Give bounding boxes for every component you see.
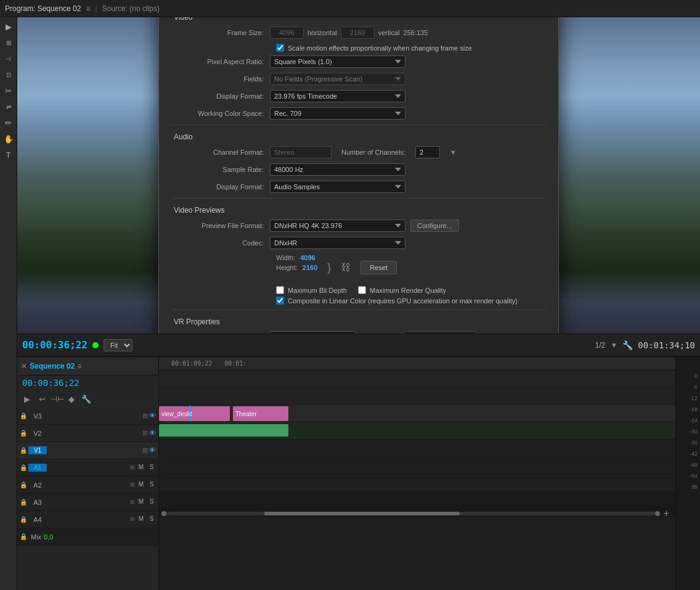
a2-wave-icon[interactable]: ≋ [129, 481, 135, 489]
sample-rate-row: Sample Rate: 48000 Hz [171, 163, 546, 176]
a3-lock-icon[interactable]: 🔒 [20, 499, 28, 506]
vr-projection-select[interactable]: None [270, 331, 356, 334]
db-24: -24 [676, 415, 700, 426]
aspect-ratio: 256:135 [404, 29, 428, 36]
v1-sync-icon[interactable]: ⊞ [142, 446, 148, 454]
track-row-v3: 🔒 V3 ⊞ 👁 [17, 408, 158, 425]
monitor-video: Sequence Settings Editing Mode: DNxHR 4K [17, 17, 700, 334]
max-render-quality-label: Maximum Render Quality [370, 287, 446, 294]
move-tool-icon[interactable]: ▶ [21, 395, 33, 404]
v2-eye-icon[interactable]: 👁 [149, 429, 156, 437]
a2-mute-btn[interactable]: M [137, 481, 145, 489]
configure-button[interactable]: Configure... [410, 219, 459, 232]
clip-a1-audio[interactable] [159, 424, 288, 436]
a2-lock-icon[interactable]: 🔒 [20, 481, 28, 488]
v2-name: V2 [28, 430, 47, 437]
track-row-mix: 🔒 Mix 0,0 [17, 528, 158, 546]
top-bar-menu-icon[interactable]: ≡ [86, 4, 90, 13]
slip-btn[interactable]: ⇌ [2, 100, 15, 113]
playback-timecode: 00:00:36;22 [22, 339, 88, 351]
v3-icons: ⊞ 👁 [142, 412, 156, 420]
insert-tool-icon[interactable]: ⊣⊢ [51, 395, 63, 404]
rate-stretch-btn[interactable]: ⊡ [2, 68, 15, 81]
fit-select[interactable]: Fit [104, 339, 132, 351]
clip-theater[interactable]: Theater [233, 406, 288, 421]
v1-eye-icon[interactable]: 👁 [149, 446, 156, 454]
color-space-select[interactable]: Rec. 709 [270, 107, 405, 120]
reset-button[interactable]: Reset [360, 261, 397, 274]
v2-sync-icon[interactable]: ⊞ [142, 429, 148, 437]
v1-lock-icon[interactable]: 🔒 [20, 447, 28, 454]
a3-mute-btn[interactable]: M [137, 498, 145, 506]
track-content-v2 [159, 388, 675, 405]
db-30: -30 [676, 426, 700, 437]
ruler-timecode: 00:01:09;22 [171, 360, 212, 367]
v3-eye-icon[interactable]: 👁 [149, 412, 156, 420]
frame-height-input[interactable] [341, 27, 375, 39]
mix-lock-icon[interactable]: 🔒 [20, 533, 28, 540]
a1-name: A1 [28, 464, 47, 472]
dialog-body: Editing Mode: DNxHR 4K Timebase: [159, 17, 558, 334]
fraction-dropdown-icon[interactable]: ▼ [610, 341, 617, 350]
pen-btn[interactable]: ✏ [2, 116, 15, 129]
program-monitor: Sequence Settings Editing Mode: DNxHR 4K [17, 17, 700, 356]
track-content-v3 [159, 371, 675, 388]
max-render-quality-checkbox[interactable] [358, 286, 366, 294]
display-format-select[interactable]: 23.976 fps Timecode [270, 90, 405, 102]
a1-lock-icon[interactable]: 🔒 [20, 464, 28, 471]
clip-view-deskt[interactable]: view_deskt [159, 406, 230, 421]
codec-label: Codec: [171, 239, 270, 247]
v3-sync-icon[interactable]: ⊞ [142, 412, 148, 420]
scroll-start-marker[interactable] [161, 511, 166, 516]
scale-motion-checkbox[interactable] [276, 44, 284, 52]
a1-mute-btn[interactable]: M [137, 464, 145, 472]
hand-btn[interactable]: ✋ [2, 132, 15, 145]
razor-btn[interactable]: ✂ [2, 84, 15, 97]
a3-solo-btn[interactable]: S [147, 498, 156, 506]
a2-solo-btn[interactable]: S [147, 481, 156, 489]
a1-solo-btn[interactable]: S [147, 464, 156, 472]
select-tool-btn[interactable]: ▶ [2, 20, 15, 33]
pixel-aspect-select[interactable]: Square Pixels (1.0) [270, 55, 405, 68]
audio-display-format-select[interactable]: Audio Samples [270, 181, 405, 193]
left-toolbar: ▶ ⊞ ⊣ ⊡ ✂ ⇌ ✏ ✋ T [0, 17, 17, 590]
a4-lock-icon[interactable]: 🔒 [20, 516, 28, 523]
a4-wave-icon[interactable]: ≋ [129, 515, 135, 523]
fields-select[interactable]: No Fields (Progressive Scan) [270, 73, 405, 85]
wrench-tool-icon[interactable]: 🔧 [80, 395, 92, 404]
v2-lock-icon[interactable]: 🔒 [20, 430, 28, 436]
a3-wave-icon[interactable]: ≋ [129, 498, 135, 506]
channel-format-select[interactable]: Stereo [270, 146, 332, 158]
a1-wave-icon[interactable]: ≋ [129, 464, 135, 472]
ripple-edit-btn[interactable]: ⊣ [2, 52, 15, 65]
num-channels-input[interactable] [415, 146, 440, 158]
scroll-end-marker[interactable] [655, 511, 660, 516]
track-list: 🔒 V3 ⊞ 👁 🔒 V2 ⊞ 👁 [17, 408, 158, 590]
sequence-close-btn[interactable]: ✕ [21, 362, 27, 371]
top-bar-separator: | [95, 4, 97, 13]
a4-solo-btn[interactable]: S [147, 515, 156, 523]
scroll-track[interactable] [166, 512, 655, 515]
v3-lock-icon[interactable]: 🔒 [20, 412, 28, 419]
preview-format-select[interactable]: DNxHR HQ 4K 23.976 [270, 219, 405, 232]
layout-select[interactable]: Monoscopic [403, 331, 477, 334]
track-select-btn[interactable]: ⊞ [2, 36, 15, 49]
timeline-right-panel: 00:01:09;22 00:01: view_deskt [159, 357, 700, 590]
sequence-menu-icon[interactable]: ≡ [77, 362, 81, 371]
marker-tool-icon[interactable]: ◆ [65, 395, 78, 404]
settings-icon[interactable]: 🔧 [622, 340, 633, 350]
back-tool-icon[interactable]: ↩ [36, 395, 48, 404]
frame-size-control: horizontal vertical 256:135 [270, 27, 546, 39]
a4-mute-btn[interactable]: M [137, 515, 145, 523]
max-bit-depth-row: Maximum Bit Depth Maximum Render Quality [276, 286, 546, 294]
sample-rate-select[interactable]: 48000 Hz [270, 163, 405, 176]
codec-select[interactable]: DNxHR [270, 237, 405, 249]
frame-width-input[interactable] [270, 27, 304, 39]
timeline-scrollbar[interactable]: + [159, 509, 675, 517]
track-row-a4: 🔒 A4 ≋ M S [17, 511, 158, 528]
scroll-thumb[interactable] [264, 512, 460, 515]
max-bit-depth-checkbox[interactable] [276, 286, 284, 294]
composite-linear-checkbox[interactable] [276, 297, 284, 305]
text-btn[interactable]: T [2, 148, 15, 162]
track-content-v1: view_deskt Theater [159, 405, 675, 422]
